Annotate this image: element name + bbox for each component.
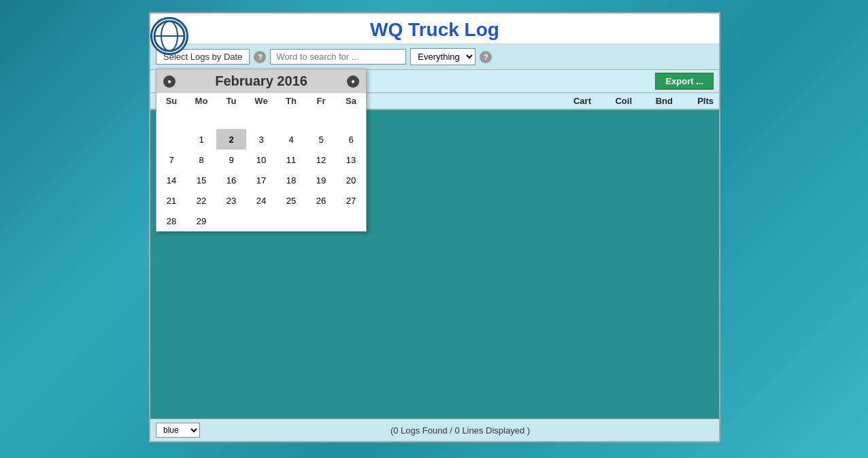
calendar-prev-button[interactable]: ●: [163, 75, 176, 88]
calendar-day-empty: [306, 109, 336, 129]
logo-area: [149, 12, 190, 60]
calendar-day-empty: [336, 211, 366, 231]
calendar-day-24[interactable]: 24: [246, 190, 276, 211]
calendar-day-10[interactable]: 10: [246, 149, 276, 170]
calendar-popup: ● February 2016 ● Su Mo Tu We Th Fr Sa: [156, 69, 367, 232]
calendar-day-empty: [306, 211, 336, 231]
calendar-grid: Su Mo Tu We Th Fr Sa 1234567891011121314…: [156, 93, 366, 231]
calendar-day-empty: [216, 109, 246, 129]
calendar-next-button[interactable]: ●: [347, 75, 359, 88]
calendar-day-14[interactable]: 14: [156, 170, 186, 190]
search-input[interactable]: [270, 49, 406, 65]
calendar-day-20[interactable]: 20: [336, 170, 366, 190]
status-text: (0 Logs Found / 0 Lines Displayed ): [207, 425, 714, 436]
calendar-day-empty: [246, 109, 276, 129]
calendar-day-empty: [336, 109, 366, 129]
calendar-day-25[interactable]: 25: [276, 190, 306, 211]
calendar-day-15[interactable]: 15: [186, 170, 216, 190]
app-logo: [150, 17, 188, 55]
main-window: WQ Truck Log Select Logs by Date ? Every…: [149, 12, 720, 442]
calendar-day-27[interactable]: 27: [336, 190, 366, 211]
cal-header-sa: Sa: [336, 93, 366, 109]
calendar-day-empty: [156, 129, 186, 149]
calendar-header: ● February 2016 ●: [156, 69, 366, 93]
cal-header-we: We: [246, 93, 276, 109]
search-category-select[interactable]: Everything Doc Customer Notes: [410, 48, 475, 65]
col-header-coil: Coil: [591, 96, 632, 106]
calendar-day-empty: [156, 109, 186, 129]
title-bar: WQ Truck Log: [150, 14, 719, 44]
calendar-day-18[interactable]: 18: [276, 170, 306, 190]
search-help-icon[interactable]: ?: [480, 51, 492, 63]
calendar-day-22[interactable]: 22: [186, 190, 216, 211]
calendar-day-21[interactable]: 21: [156, 190, 186, 211]
calendar-day-9[interactable]: 9: [216, 149, 246, 170]
calendar-day-empty: [276, 211, 306, 231]
footer: blue green red (0 Logs Found / 0 Lines D…: [150, 419, 719, 441]
col-header-bnd: Bnd: [632, 96, 673, 106]
cal-header-mo: Mo: [186, 93, 216, 109]
calendar-month-label: February 2016: [215, 73, 307, 89]
export-button[interactable]: Export ...: [655, 73, 714, 90]
calendar-day-empty: [246, 211, 276, 231]
cal-header-tu: Tu: [216, 93, 246, 109]
calendar-day-6[interactable]: 6: [336, 129, 366, 149]
calendar-day-23[interactable]: 23: [216, 190, 246, 211]
calendar-day-empty: [186, 109, 216, 129]
toolbar: Select Logs by Date ? Everything Doc Cus…: [150, 44, 719, 70]
calendar-day-13[interactable]: 13: [336, 149, 366, 170]
calendar-day-8[interactable]: 8: [186, 149, 216, 170]
calendar-day-16[interactable]: 16: [216, 170, 246, 190]
cal-header-su: Su: [156, 93, 186, 109]
calendar-day-5[interactable]: 5: [306, 129, 336, 149]
app-title: WQ Truck Log: [150, 19, 719, 41]
calendar-day-empty: [276, 109, 306, 129]
calendar-day-4[interactable]: 4: [276, 129, 306, 149]
calendar-day-28[interactable]: 28: [156, 211, 186, 231]
cal-header-th: Th: [276, 93, 306, 109]
calendar-day-empty: [216, 211, 246, 231]
calendar-day-19[interactable]: 19: [306, 170, 336, 190]
col-header-cart: Cart: [550, 96, 591, 106]
calendar-day-1[interactable]: 1: [186, 129, 216, 149]
calendar-day-3[interactable]: 3: [246, 129, 276, 149]
calendar-day-17[interactable]: 17: [246, 170, 276, 190]
col-header-plts: Plts: [673, 96, 714, 106]
cal-header-fr: Fr: [306, 93, 336, 109]
date-help-icon[interactable]: ?: [254, 51, 266, 63]
calendar-day-29[interactable]: 29: [186, 211, 216, 231]
calendar-day-12[interactable]: 12: [306, 149, 336, 170]
calendar-day-26[interactable]: 26: [306, 190, 336, 211]
calendar-day-7[interactable]: 7: [156, 149, 186, 170]
calendar-day-11[interactable]: 11: [276, 149, 306, 170]
calendar-day-2[interactable]: 2: [216, 129, 246, 149]
theme-select[interactable]: blue green red: [156, 423, 200, 438]
